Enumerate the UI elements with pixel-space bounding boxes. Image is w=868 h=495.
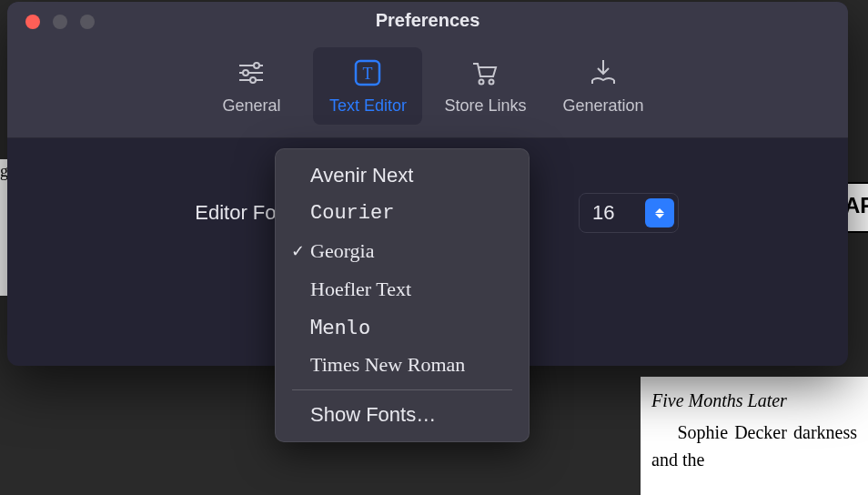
tab-label: Generation	[562, 96, 643, 116]
tab-label: General	[222, 96, 280, 116]
font-option-georgia[interactable]: ✓ Georgia	[276, 232, 529, 270]
svg-point-1	[254, 63, 259, 68]
menu-item-label: Times New Roman	[310, 353, 465, 377]
download-book-icon	[587, 56, 620, 89]
background-document: Five Months Later Sophie Decker darkness…	[641, 377, 868, 495]
menu-item-label: Hoefler Text	[310, 278, 411, 301]
menu-item-label: Avenir Next	[310, 164, 413, 187]
font-size-stepper[interactable]	[645, 198, 674, 227]
font-option-avenir-next[interactable]: Avenir Next	[276, 157, 529, 195]
menu-item-label: Georgia	[310, 239, 374, 263]
menu-item-label: Show Fonts…	[310, 403, 436, 427]
tab-label: Store Links	[444, 96, 526, 116]
menu-divider	[292, 389, 512, 390]
font-dropdown-menu: Avenir Next Courier ✓ Georgia Hoefler Te…	[275, 148, 530, 442]
svg-point-9	[490, 80, 494, 85]
close-button[interactable]	[25, 15, 40, 29]
svg-point-5	[250, 77, 256, 83]
tab-text-editor[interactable]: T Text Editor	[313, 47, 422, 125]
font-option-hoefler-text[interactable]: Hoefler Text	[276, 270, 529, 308]
tab-general[interactable]: General	[197, 47, 306, 125]
font-option-times-new-roman[interactable]: Times New Roman	[276, 346, 529, 384]
background-doc-body: Sophie Decker darkness and the	[651, 419, 857, 473]
svg-text:T: T	[363, 65, 373, 83]
titlebar: Preferences	[7, 2, 848, 38]
font-option-menlo[interactable]: Menlo	[276, 308, 529, 346]
background-doc-heading: Five Months Later	[651, 390, 857, 411]
maximize-button[interactable]	[80, 15, 95, 29]
sliders-icon	[235, 56, 267, 89]
menu-item-label: Courier	[310, 202, 394, 225]
editor-font-label: Editor Font:	[44, 201, 298, 225]
font-size-field	[579, 193, 679, 233]
show-fonts-item[interactable]: Show Fonts…	[276, 396, 529, 434]
tab-store-links[interactable]: Store Links	[429, 47, 540, 125]
cart-icon	[469, 56, 501, 89]
menu-item-label: Menlo	[310, 316, 370, 338]
text-editor-icon: T	[351, 56, 384, 89]
svg-point-3	[243, 70, 248, 76]
chevron-down-icon	[655, 214, 664, 218]
chevron-up-icon	[655, 208, 664, 213]
traffic-lights	[25, 15, 95, 29]
window-title: Preferences	[22, 10, 833, 31]
tab-label: Text Editor	[329, 96, 407, 116]
font-size-input[interactable]	[580, 194, 641, 232]
check-icon: ✓	[285, 241, 310, 261]
tab-generation[interactable]: Generation	[548, 47, 658, 125]
svg-point-8	[479, 80, 484, 85]
minimize-button[interactable]	[53, 15, 67, 29]
font-option-courier[interactable]: Courier	[276, 195, 529, 232]
preferences-tabbar: General T Text Editor Store Links	[7, 38, 848, 138]
